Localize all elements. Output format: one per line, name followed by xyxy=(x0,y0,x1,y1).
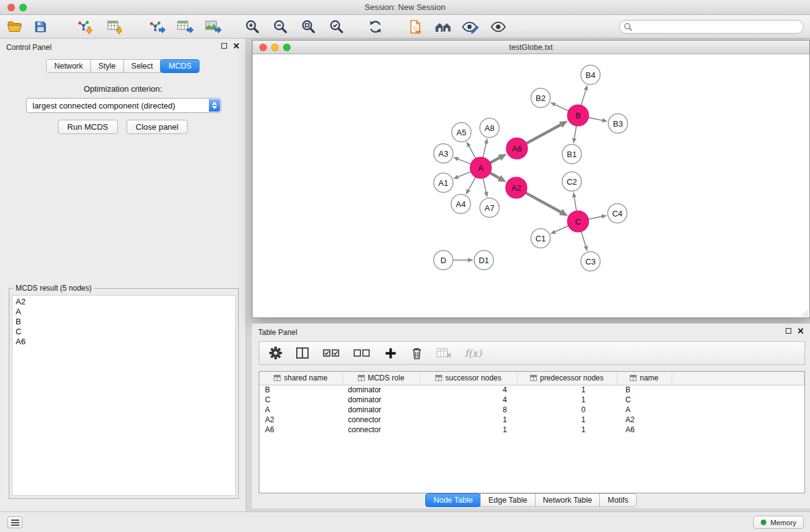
run-mcds-button[interactable]: Run MCDS xyxy=(58,120,118,134)
column-header[interactable]: shared name xyxy=(259,372,342,385)
zoom-selected-button[interactable] xyxy=(327,17,347,37)
network-window-controls xyxy=(259,44,291,51)
mcds-result-item[interactable]: A xyxy=(16,307,232,317)
tab-style[interactable]: Style xyxy=(90,59,124,73)
graph-edge-arrowhead xyxy=(484,191,488,197)
mcds-result-list[interactable]: A2ABCA6 xyxy=(12,295,236,496)
graph-edge[interactable] xyxy=(469,146,476,158)
graph-edge[interactable] xyxy=(589,216,602,219)
table-row[interactable]: Cdominator41C xyxy=(259,395,804,405)
tab-mcds[interactable]: MCDS xyxy=(160,59,200,73)
search-input[interactable] xyxy=(619,20,804,34)
graph-edge[interactable] xyxy=(458,172,471,177)
graph-edge[interactable] xyxy=(555,105,568,111)
tab-select[interactable]: Select xyxy=(123,59,162,73)
mcds-result-item[interactable]: B xyxy=(16,317,232,327)
zoom-in-button[interactable] xyxy=(243,17,263,37)
table-panel-title: Table Panel xyxy=(258,328,297,337)
float-table-panel-icon[interactable] xyxy=(786,328,791,334)
graph-edge[interactable] xyxy=(589,117,602,120)
function-builder-button[interactable]: f(x) xyxy=(465,347,481,359)
graph-node-label: C xyxy=(575,217,581,226)
search-field-wrap xyxy=(619,20,804,34)
graph-edge[interactable] xyxy=(555,226,568,232)
show-columns-button[interactable] xyxy=(295,343,310,363)
mcds-result-item[interactable]: A2 xyxy=(16,297,232,307)
graph-edge[interactable] xyxy=(468,177,475,190)
tab-network-table[interactable]: Network Table xyxy=(535,493,600,507)
clone-network-button[interactable] xyxy=(405,17,425,37)
close-view-button[interactable] xyxy=(259,44,267,51)
column-header[interactable]: name xyxy=(617,372,672,385)
graph-edge[interactable] xyxy=(490,173,499,178)
graph-edge[interactable] xyxy=(458,159,471,164)
export-image-button[interactable] xyxy=(203,17,223,37)
node-table-head[interactable]: shared nameMCDS rolesuccessor nodesprede… xyxy=(259,372,804,385)
delete-columns-button[interactable] xyxy=(410,343,423,363)
table-row[interactable]: Adominator80A xyxy=(259,405,804,415)
import-table-button[interactable] xyxy=(104,17,124,37)
status-bar: Memory xyxy=(0,511,810,532)
table-row[interactable]: A2connector11A2 xyxy=(259,415,804,425)
graph-edge[interactable] xyxy=(581,231,586,246)
delete-table-button[interactable] xyxy=(435,343,453,363)
zoom-window-button[interactable] xyxy=(19,4,27,11)
resize-grip-icon[interactable] xyxy=(801,309,809,317)
combo-stepper-icon[interactable] xyxy=(209,99,220,112)
graph-edge[interactable] xyxy=(574,126,576,138)
annotation-button[interactable] xyxy=(460,17,480,37)
import-network-button[interactable] xyxy=(74,17,94,37)
eye-icon xyxy=(489,19,507,34)
plus-icon xyxy=(385,347,397,359)
criterion-select[interactable]: largest connected component (directed) xyxy=(26,98,221,113)
graph-edge[interactable] xyxy=(526,125,561,143)
column-header[interactable]: MCDS role xyxy=(342,372,420,385)
select-all-rows-button[interactable] xyxy=(322,343,340,363)
node-table: shared nameMCDS rolesuccessor nodesprede… xyxy=(259,371,805,493)
zoom-view-button[interactable] xyxy=(283,44,291,51)
apply-layout-button[interactable] xyxy=(365,17,385,37)
graph-edge[interactable] xyxy=(483,143,486,157)
memory-button[interactable]: Memory xyxy=(753,516,804,529)
tab-edge-table[interactable]: Edge Table xyxy=(480,493,535,507)
close-window-button[interactable] xyxy=(7,4,15,11)
deselect-all-rows-button[interactable] xyxy=(352,343,371,363)
graph-edge[interactable] xyxy=(574,197,576,211)
tab-node-table[interactable]: Node Table xyxy=(425,493,481,507)
save-session-button[interactable] xyxy=(31,17,51,37)
graph-edge[interactable] xyxy=(581,90,586,105)
close-table-panel-icon[interactable] xyxy=(797,327,804,334)
graph-node-label: A1 xyxy=(438,178,448,188)
graph-edge[interactable] xyxy=(483,178,486,192)
zoom-fit-button[interactable] xyxy=(299,17,319,37)
graph-edge[interactable] xyxy=(490,158,499,163)
float-panel-icon[interactable] xyxy=(221,43,227,49)
column-header[interactable]: predecessor nodes xyxy=(517,372,617,385)
create-column-button[interactable] xyxy=(383,343,398,363)
open-session-button[interactable] xyxy=(5,17,25,37)
close-panel-button[interactable]: Close panel xyxy=(127,120,188,134)
tab-motifs[interactable]: Motifs xyxy=(599,493,636,507)
tab-network[interactable]: Network xyxy=(46,59,91,73)
graph-edge[interactable] xyxy=(526,193,561,212)
mcds-result-item[interactable]: C xyxy=(16,327,232,337)
zoom-out-icon xyxy=(272,19,289,35)
table-settings-button[interactable] xyxy=(268,343,283,363)
window-titlebar: Session: New Session xyxy=(0,0,810,15)
table-row[interactable]: Bdominator41B xyxy=(259,385,804,395)
task-history-button[interactable] xyxy=(7,516,22,528)
export-table-button[interactable] xyxy=(175,17,195,37)
zoom-out-button[interactable] xyxy=(271,17,291,37)
table-row[interactable]: A6connector11A6 xyxy=(259,425,804,435)
network-canvas[interactable]: B4B2BB3A5A8A6A3B1AC2A1A2A4A7C4CC1C3DD1 xyxy=(253,54,809,317)
minimize-view-button[interactable] xyxy=(271,44,279,51)
show-hide-button[interactable] xyxy=(488,17,508,37)
mcds-result-item[interactable]: A6 xyxy=(16,337,232,347)
export-network-button[interactable] xyxy=(147,17,166,37)
column-header[interactable]: successor nodes xyxy=(420,372,517,385)
home-button[interactable] xyxy=(433,17,453,37)
graph-node-label: B2 xyxy=(536,94,546,103)
graph-edge-arrowhead xyxy=(453,157,459,161)
network-view-window: testGlobe.txt B4B2BB3A5A8A6A3B1AC2A1A2A4… xyxy=(252,40,810,318)
close-panel-icon[interactable] xyxy=(233,42,239,49)
